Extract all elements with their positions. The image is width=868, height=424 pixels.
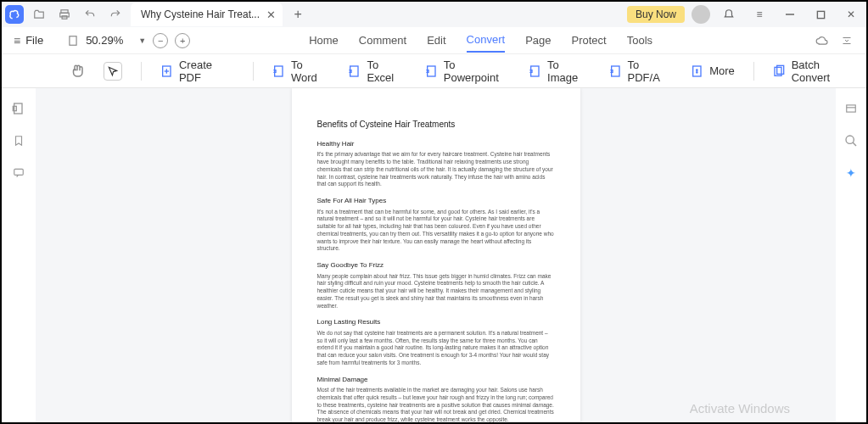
thumbnails-icon[interactable] <box>10 100 27 117</box>
menu-icon[interactable]: ≡ <box>748 4 771 25</box>
svg-rect-21 <box>14 103 22 114</box>
batch-convert-icon <box>773 64 787 78</box>
section-heading: Long Lasting Results <box>317 318 555 326</box>
more-button[interactable]: More <box>691 64 735 78</box>
section-heading: Healthy Hair <box>317 140 555 148</box>
svg-rect-22 <box>13 106 16 110</box>
to-pdfa-button[interactable]: To PDF/A <box>609 59 673 84</box>
svg-point-26 <box>846 136 854 143</box>
comments-icon[interactable] <box>10 165 27 181</box>
section-heading: Safe For All Hair Types <box>317 197 555 205</box>
window-close-icon[interactable]: ✕ <box>839 4 863 25</box>
undo-icon[interactable] <box>80 4 100 25</box>
document-tab[interactable]: Why Cysteine Hair Treat... ✕ <box>131 3 283 26</box>
hand-tool-icon[interactable] <box>70 64 85 79</box>
create-pdf-icon <box>160 64 174 78</box>
to-powerpoint-button[interactable]: To Powerpoint <box>425 59 510 84</box>
tab-title: Why Cysteine Hair Treat... <box>141 8 260 20</box>
minimize-icon[interactable] <box>778 4 802 25</box>
bookmark-icon[interactable] <box>10 132 27 149</box>
to-excel-icon <box>348 64 361 78</box>
document-viewport[interactable]: Benefits of Cysteine Hair Treatments Hea… <box>36 88 836 422</box>
section-body: Many people complain about hair frizz. T… <box>317 273 555 310</box>
user-avatar-icon[interactable] <box>692 5 710 24</box>
print-icon[interactable] <box>54 4 75 25</box>
menu-tab-home[interactable]: Home <box>309 29 339 52</box>
file-menu-button[interactable]: ≡ File <box>7 31 50 51</box>
svg-rect-5 <box>70 36 76 45</box>
collapse-ribbon-icon[interactable] <box>841 36 853 46</box>
section-heading: Say Goodbye To Frizz <box>317 261 555 270</box>
zoom-dropdown-icon[interactable]: ▼ <box>138 36 146 45</box>
create-pdf-button[interactable]: Create PDF <box>160 59 234 84</box>
open-file-icon[interactable] <box>29 4 49 25</box>
document-title: Benefits of Cysteine Hair Treatments <box>317 119 555 130</box>
zoom-in-button[interactable]: + <box>175 33 190 48</box>
svg-point-18 <box>697 71 697 72</box>
zoom-out-button[interactable]: − <box>153 33 168 48</box>
menu-tab-protect[interactable]: Protect <box>572 29 607 52</box>
menu-tab-comment[interactable]: Comment <box>359 29 406 52</box>
menu-tab-edit[interactable]: Edit <box>427 29 445 52</box>
pdf-page: Benefits of Cysteine Hair Treatments Hea… <box>292 88 580 422</box>
menu-tab-convert[interactable]: Convert <box>467 28 506 53</box>
section-body: It's not a treatment that can be harmful… <box>317 209 555 254</box>
cloud-icon[interactable] <box>814 35 829 47</box>
zoom-value: 50.29% <box>86 34 123 47</box>
new-tab-button[interactable]: + <box>288 4 308 25</box>
section-body: Most of the hair treatments available in… <box>317 387 555 422</box>
svg-rect-4 <box>817 11 824 18</box>
to-word-icon <box>272 64 286 78</box>
menu-tab-tools[interactable]: Tools <box>627 29 652 52</box>
hamburger-icon: ≡ <box>14 34 20 47</box>
batch-convert-button[interactable]: Batch Convert <box>773 59 858 84</box>
to-excel-button[interactable]: To Excel <box>348 59 406 84</box>
file-label: File <box>25 34 43 47</box>
app-logo-icon <box>5 5 24 24</box>
redo-icon[interactable] <box>105 4 126 25</box>
search-icon[interactable] <box>843 132 860 149</box>
page-mode-icon[interactable] <box>67 34 79 47</box>
svg-rect-23 <box>14 169 24 175</box>
more-icon <box>691 64 704 78</box>
to-pdfa-icon <box>609 64 623 78</box>
svg-point-17 <box>697 70 697 70</box>
section-heading: Minimal Damage <box>317 376 555 384</box>
notifications-icon[interactable] <box>717 4 741 25</box>
maximize-icon[interactable] <box>809 4 832 25</box>
close-tab-icon[interactable]: ✕ <box>266 8 276 21</box>
section-body: We do not say that cysteine hair treatme… <box>317 330 555 367</box>
to-powerpoint-icon <box>425 64 439 78</box>
to-image-icon <box>529 64 542 78</box>
to-image-button[interactable]: To Image <box>529 59 591 84</box>
select-tool-icon[interactable] <box>104 62 122 81</box>
ai-assistant-icon[interactable]: ✦ <box>843 165 860 181</box>
menu-tab-page[interactable]: Page <box>525 29 551 52</box>
svg-line-27 <box>853 142 856 146</box>
section-body: It's the primary advantage that we aim f… <box>317 151 555 188</box>
buy-now-button[interactable]: Buy Now <box>627 6 685 23</box>
properties-icon[interactable] <box>843 100 860 117</box>
svg-rect-24 <box>847 105 856 112</box>
to-word-button[interactable]: To Word <box>272 59 329 84</box>
